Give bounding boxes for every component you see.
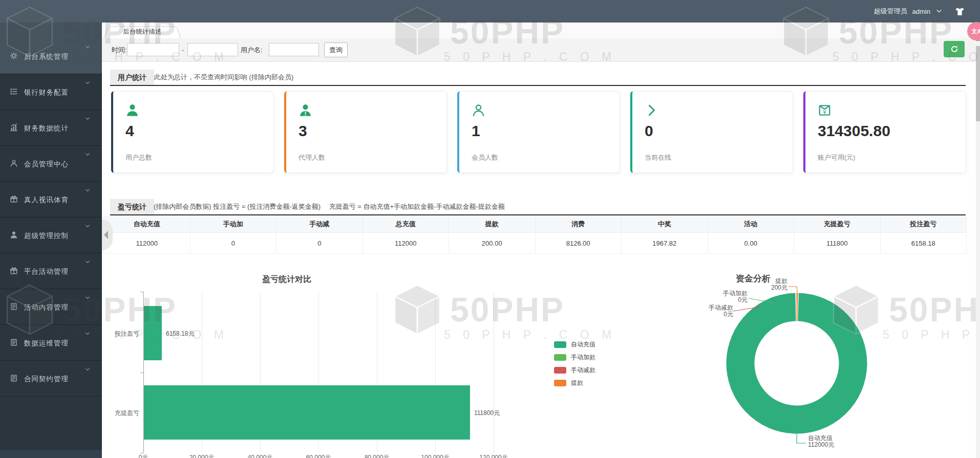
stat-value: 0 (645, 122, 653, 140)
legend-item[interactable]: 手动减款 (554, 366, 595, 374)
chevron-left-icon (104, 231, 108, 239)
section-title-chip: 盈亏统计 (110, 199, 154, 214)
sidebar-item-6[interactable]: 超级管理控制 (0, 217, 102, 253)
x-axis-label: 120,000元 (479, 453, 507, 458)
tab-dashboard[interactable]: 后台统计描述 (104, 25, 181, 38)
section-title-chip: 用户统计 (110, 70, 154, 85)
donut-callout: 手动加款0元 (696, 290, 748, 303)
watermark-tile: 50PHP5 0 P H P . C O M (393, 284, 616, 342)
sidebar-item-3[interactable]: 财务数据统计 (0, 110, 102, 146)
x-axis-label: 40,000元 (248, 453, 273, 458)
bar-category-label: 投注盈亏 (97, 330, 139, 338)
chevron-down-icon (84, 44, 91, 50)
sidebar-item-10[interactable]: 合同契约管理 (0, 360, 102, 397)
chevron-down-icon (84, 223, 91, 229)
callout-value: 0元 (696, 297, 748, 303)
legend-label: 手动加款 (571, 353, 595, 362)
sidebar-item-8[interactable]: 活动内容管理 (0, 289, 102, 325)
sidebar: 后台系统管理银行财务配置财务数据统计会员管理中心真人视讯体育超级管理控制平台活动… (0, 23, 102, 458)
sidebar-item-7[interactable]: 平台活动管理 (0, 253, 102, 289)
bar-chart-icon (10, 123, 18, 132)
table-header-cell: 自动充值 (104, 216, 190, 233)
chevron-down-icon (84, 151, 91, 158)
envelope-yen-icon: ¥ (818, 103, 832, 118)
stat-label: 账户可用(元) (818, 153, 856, 162)
donut-slice-auto (739, 306, 855, 421)
profit-stats-section-head: 盈亏统计 (排除内部会员数据) 投注盈亏 = (投注消费金额-返奖金额) 充提盈… (110, 199, 966, 215)
x-axis-label: 60,000元 (306, 453, 331, 458)
range-separator: - (182, 38, 184, 61)
watermark-subtext: 5 0 P H P . C O M (883, 328, 980, 342)
legend-item[interactable]: 提款 (554, 379, 583, 387)
legend-swatch (554, 367, 566, 374)
sidebar-item-label: 银行财务配置 (24, 88, 69, 97)
stat-label: 会员人数 (472, 153, 498, 162)
legend-label: 自动充值 (571, 340, 595, 349)
time-to-input[interactable] (187, 43, 238, 56)
axis-tick (140, 373, 143, 373)
table-header-cell: 活动 (708, 216, 794, 233)
bar-chart-title: 盈亏统计对比 (262, 274, 311, 285)
username: admin (912, 8, 930, 15)
table-header-cell: 总充值 (363, 216, 449, 233)
legend-item[interactable]: 手动加款 (554, 354, 595, 361)
sidebar-item-label: 合同契约管理 (24, 375, 69, 384)
chevron-down-icon (84, 295, 91, 301)
watermark-text: 50PHP (889, 284, 980, 335)
query-button[interactable]: 查询 (324, 42, 348, 57)
legend-swatch (554, 341, 566, 348)
doc-icon (10, 374, 18, 382)
bar-value-label: 111800元 (474, 409, 500, 418)
doc-icon (10, 338, 18, 346)
sidebar-item-1[interactable]: 后台系统管理 (0, 38, 102, 74)
callout-value: 112000元 (808, 442, 834, 448)
scrollbar[interactable] (976, 23, 980, 458)
sidebar-item-label: 数据运维管理 (24, 339, 69, 348)
sidebar-item-label: 真人视讯体育 (24, 195, 69, 205)
user-stats-section-head: 用户统计 此处为总计，不受查询时间影响 (排除内部会员) (110, 70, 966, 86)
stat-card-4: 0当前在线 (630, 91, 793, 173)
sidebar-item-2[interactable]: 银行财务配置 (0, 74, 102, 110)
sidebar-item-5[interactable]: 真人视讯体育 (0, 181, 102, 217)
scrollbar-thumb[interactable] (976, 46, 980, 121)
table-header-cell: 手动加 (190, 216, 276, 233)
refresh-button[interactable] (944, 41, 965, 57)
user-outline-icon (472, 103, 486, 118)
tshirt-icon[interactable] (955, 7, 965, 16)
table-row: 11200000112000200.008126.001967.820.0011… (104, 233, 967, 254)
section-note: (排除内部会员数据) 投注盈亏 = (投注消费金额-返奖金额) 充提盈亏 = 自… (154, 199, 505, 214)
sidebar-item-label: 财务数据统计 (24, 124, 69, 133)
stat-value: 314305.80 (818, 122, 890, 140)
chevron-right-icon (645, 103, 659, 118)
x-axis-label: 100,000元 (421, 453, 449, 458)
legend-item[interactable]: 自动充值 (554, 341, 595, 348)
svg-text:¥: ¥ (822, 109, 826, 115)
table-header-cell: 投注盈亏 (880, 216, 967, 233)
sidebar-item-9[interactable]: 数据运维管理 (0, 324, 102, 361)
sidebar-footer-strip (0, 450, 102, 458)
table-cell: 112000 (104, 233, 190, 254)
gift-icon (10, 267, 18, 275)
user-alert-icon (299, 103, 313, 118)
table-cell: 200.00 (449, 233, 536, 254)
user-solid-icon (10, 231, 18, 239)
stat-card-5: ¥314305.80账户可用(元) (803, 91, 966, 173)
stat-label: 用户总数 (125, 153, 152, 162)
stat-card-3: 1会员人数 (457, 91, 620, 173)
username-input[interactable] (269, 43, 319, 56)
bar-value-label: 6158.18元 (166, 330, 194, 338)
chevron-down-icon (84, 331, 91, 337)
legend-swatch (554, 354, 566, 361)
user-menu[interactable]: 超级管理员 admin (874, 0, 965, 23)
sidebar-item-4[interactable]: 会员管理中心 (0, 145, 102, 182)
table-cell: 1967.82 (622, 233, 708, 254)
table-header-cell: 中奖 (622, 216, 708, 233)
table-cell: 6158.18 (880, 233, 967, 254)
sidebar-item-label: 后台系统管理 (24, 52, 69, 61)
stat-label: 当前在线 (645, 153, 671, 162)
donut-callout: 自动充值112000元 (808, 435, 834, 448)
table-cell: 8126.00 (535, 233, 622, 254)
time-from-input[interactable] (127, 43, 179, 56)
chevron-down-icon (84, 80, 91, 86)
table-header-cell: 消费 (535, 216, 622, 233)
